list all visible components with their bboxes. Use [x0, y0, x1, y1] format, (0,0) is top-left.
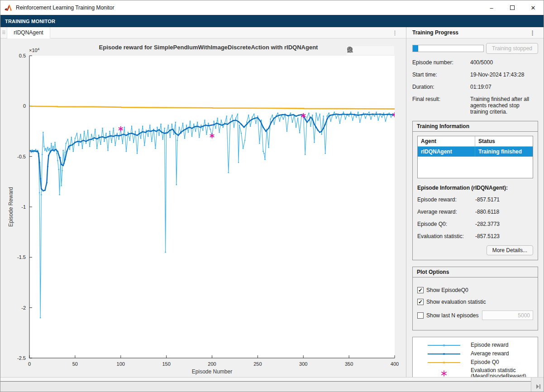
- app-window: Reinforcement Learning Training Monitor …: [0, 0, 544, 392]
- zoom-out-icon[interactable]: [376, 47, 384, 54]
- svg-text:200: 200: [208, 361, 216, 367]
- progress-value: Training finished after all agents reach…: [470, 96, 538, 115]
- svg-text:-1.5: -1.5: [17, 254, 26, 260]
- matlab-logo-icon: [5, 5, 12, 11]
- progress-value: 01:19:07: [470, 84, 538, 90]
- agent-table-row[interactable]: rIDQNAgentTraining finished: [418, 147, 533, 157]
- episode-info-value: -880.6118: [475, 209, 533, 215]
- axes-toolbar: [347, 46, 394, 55]
- maximize-button[interactable]: [502, 0, 523, 15]
- training-information-box: Training Information Agent Status rIDQNA…: [412, 121, 538, 260]
- ribbon-tab-training-monitor[interactable]: TRAINING MONITOR: [5, 19, 55, 24]
- legend-entry: Average reward: [413, 349, 538, 358]
- legend-label: Episode Q0: [471, 359, 499, 366]
- drag-grip-icon[interactable]: ☰: [0, 27, 7, 38]
- legend-entry: Episode reward: [413, 341, 538, 349]
- legend-line-icon: [417, 354, 471, 354]
- agent-cell: rIDQNAgent: [418, 147, 475, 157]
- restore-view-home-icon[interactable]: [386, 47, 393, 54]
- legend-line-icon: [417, 345, 471, 346]
- svg-text:-1: -1: [21, 204, 26, 210]
- progress-row: Episode number:400/5000: [412, 59, 538, 66]
- svg-text:-2: -2: [21, 305, 26, 311]
- checkbox-label: Show last N episodes: [426, 312, 478, 319]
- zoom-in-icon[interactable]: [367, 47, 374, 54]
- training-progress-header: Training Progress ⋮: [406, 27, 544, 38]
- svg-text:-2.5: -2.5: [17, 355, 26, 361]
- episode-info-label: Episode Q0:: [417, 221, 475, 227]
- progress-label: Duration:: [412, 84, 470, 90]
- svg-text:150: 150: [162, 361, 170, 367]
- svg-text:300: 300: [299, 361, 307, 367]
- episode-info-value: -282.3773: [475, 221, 533, 227]
- svg-text:0: 0: [23, 103, 26, 109]
- legend-label: Average reward: [471, 350, 509, 358]
- legend-asterisk-icon: [417, 370, 471, 377]
- svg-text:-0.5: -0.5: [17, 154, 26, 159]
- training-stopped-button[interactable]: Training stopped: [486, 43, 538, 54]
- progress-row: Start time:19-Nov-2024 17:43:28: [412, 72, 538, 78]
- checkbox-show-evaluation-statistic[interactable]: ✓: [417, 299, 424, 305]
- episode-info-value: -857.5123: [475, 233, 533, 239]
- svg-text:50: 50: [72, 361, 78, 367]
- progress-label: Final result:: [412, 96, 470, 115]
- checkbox-show-episodeq0[interactable]: ✓: [417, 287, 424, 293]
- panel-title: Training Progress: [412, 29, 458, 36]
- progress-label: Episode number:: [412, 59, 470, 66]
- episode-info-row: Episode Q0:-282.3773: [417, 221, 533, 227]
- svg-text:250: 250: [253, 361, 262, 367]
- progress-value: 19-Nov-2024 17:43:28: [470, 72, 538, 78]
- last-n-episodes-input[interactable]: [482, 311, 533, 320]
- training-figure: 0.50-0.5-1-1.5-2-2.505010015020025030035…: [0, 38, 406, 377]
- legend-entry: Episode Q0: [413, 358, 538, 367]
- minimize-button[interactable]: –: [481, 0, 502, 15]
- checkbox-show-last-n-episodes[interactable]: [417, 312, 424, 319]
- panel-options-kebab-icon[interactable]: ⋮: [528, 27, 537, 38]
- svg-text:0.5: 0.5: [19, 53, 26, 58]
- svg-text:100: 100: [117, 361, 125, 367]
- window-title: Reinforcement Learning Training Monitor: [16, 5, 114, 11]
- tab-rldqnagent[interactable]: rIDQNAgent: [7, 27, 50, 38]
- training-progress-bar: [412, 45, 484, 52]
- svg-text:0: 0: [28, 361, 31, 367]
- chart-canvas[interactable]: 0.50-0.5-1-1.5-2-2.505010015020025030035…: [4, 38, 406, 377]
- table-header-agent: Agent: [418, 136, 475, 146]
- progress-row: Final result:Training finished after all…: [412, 96, 538, 115]
- legend-entry: Evaluation statistic(MeanEpisodeReward): [413, 367, 538, 377]
- plot-option-row: ✓Show evaluation statistic: [417, 299, 533, 305]
- bottom-status-bar: [0, 377, 544, 392]
- legend-label: Episode reward: [471, 341, 508, 349]
- checkbox-label: Show EpisodeQ0: [426, 287, 468, 293]
- episode-information-title: Episode Information (rIDQNAgent):: [417, 185, 533, 191]
- episode-info-value: -857.5171: [475, 196, 533, 203]
- tab-options-kebab-icon[interactable]: ⋮: [390, 27, 400, 38]
- progress-label: Start time:: [412, 72, 470, 78]
- plot-options-box: Plot Options ✓Show EpisodeQ0✓Show evalua…: [412, 267, 538, 330]
- expand-panel-icon[interactable]: [536, 384, 541, 390]
- title-bar: Reinforcement Learning Training Monitor …: [0, 0, 544, 15]
- close-button[interactable]: ✕: [523, 0, 544, 15]
- more-details-button[interactable]: More Details...: [487, 245, 533, 255]
- episode-info-row: Evaluation statistic:-857.5123: [417, 233, 533, 239]
- episode-info-label: Evaluation statistic:: [417, 233, 475, 239]
- legend-label: Evaluation statistic(MeanEpisodeReward): [471, 367, 526, 377]
- progress-row: Duration:01:19:07: [412, 84, 538, 90]
- status-cell: Training finished: [475, 147, 533, 157]
- episode-info-row: Episode reward:-857.5171: [417, 196, 533, 203]
- agent-status-table: Agent Status rIDQNAgentTraining finished: [417, 136, 533, 178]
- legend-line-icon: [417, 362, 471, 363]
- ribbon-bar: TRAINING MONITOR: [0, 15, 544, 27]
- svg-text:400: 400: [391, 361, 399, 367]
- plot-option-row: ✓Show EpisodeQ0: [417, 287, 533, 293]
- episode-info-label: Average reward:: [417, 209, 475, 215]
- pan-hand-icon[interactable]: [357, 47, 365, 54]
- document-tab-strip: ☰ rIDQNAgent ⋮: [0, 27, 406, 38]
- progress-value: 400/5000: [470, 59, 538, 66]
- checkbox-label: Show evaluation statistic: [426, 299, 486, 305]
- svg-text:Episode Reward: Episode Reward: [8, 187, 14, 227]
- episode-info-row: Average reward:-880.6118: [417, 209, 533, 215]
- legend-panel: Episode rewardAverage rewardEpisode Q0Ev…: [412, 337, 538, 377]
- svg-text:Episode reward for SimplePendl: Episode reward for SimplePendlumWithImag…: [99, 44, 319, 51]
- training-information-title: Training Information: [413, 121, 538, 132]
- table-header-status: Status: [475, 136, 533, 146]
